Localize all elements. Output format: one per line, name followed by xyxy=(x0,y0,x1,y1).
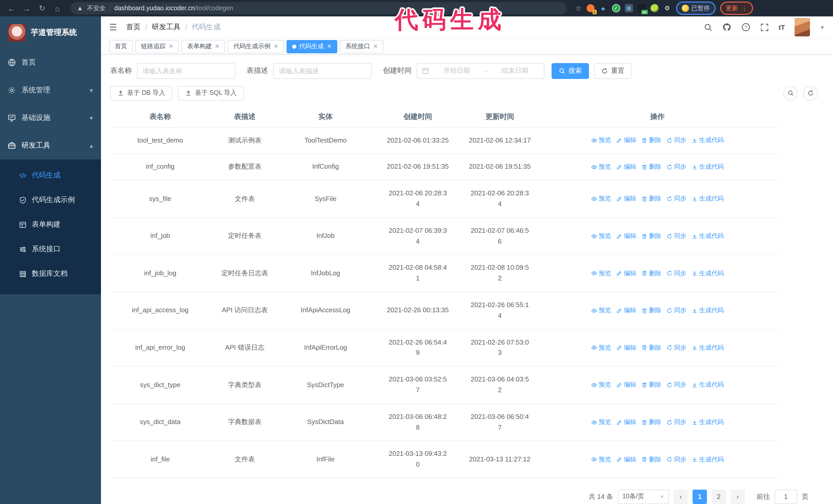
user-avatar[interactable] xyxy=(794,18,810,37)
submenu-item-system-api[interactable]: 系统接口 xyxy=(0,237,101,262)
home-icon[interactable]: ⌂ xyxy=(51,2,64,14)
extension-icon-grid[interactable]: ▩ xyxy=(625,4,633,12)
tab-tracing[interactable]: 链路追踪✕ xyxy=(135,40,179,53)
extension-icon-orange[interactable]: 1 xyxy=(586,4,594,12)
tab-home[interactable]: 首页 xyxy=(109,40,133,53)
bookmark-star-icon[interactable]: ☆ xyxy=(575,4,581,12)
preview-link[interactable]: 预览 xyxy=(591,231,611,241)
sidebar-item-system[interactable]: 系统管理 ▼ xyxy=(0,76,101,104)
submenu-item-codegen-example[interactable]: 代码生成示例 xyxy=(0,188,101,212)
generate-code-link[interactable]: 生成代码 xyxy=(691,417,724,427)
delete-link[interactable]: 删除 xyxy=(641,136,661,145)
forward-icon[interactable]: → xyxy=(21,2,33,14)
delete-link[interactable]: 删除 xyxy=(641,306,661,315)
help-icon[interactable]: ? xyxy=(741,23,751,32)
extensions-puzzle-icon[interactable]: ⚙ xyxy=(663,4,671,12)
preview-link[interactable]: 预览 xyxy=(591,343,611,353)
sync-link[interactable]: 同步 xyxy=(666,417,686,427)
generate-code-link[interactable]: 生成代码 xyxy=(691,136,724,145)
generate-code-link[interactable]: 生成代码 xyxy=(691,231,724,241)
preview-link[interactable]: 预览 xyxy=(591,194,611,204)
tab-form-builder[interactable]: 表单构建✕ xyxy=(182,40,225,53)
delete-link[interactable]: 删除 xyxy=(641,417,661,427)
prev-page-button[interactable]: ‹ xyxy=(673,490,688,504)
extension-icon-dark[interactable]: on xyxy=(638,4,646,12)
edit-link[interactable]: 编辑 xyxy=(616,380,636,390)
overflow-menu-icon[interactable]: ⋮ xyxy=(741,6,747,11)
generate-code-link[interactable]: 生成代码 xyxy=(691,194,724,204)
sync-link[interactable]: 同步 xyxy=(666,194,686,204)
generate-code-link[interactable]: 生成代码 xyxy=(691,268,724,278)
submenu-item-codegen[interactable]: 代码生成 xyxy=(0,163,101,188)
submenu-item-form-builder[interactable]: 表单构建 xyxy=(0,212,101,237)
delete-link[interactable]: 删除 xyxy=(641,380,661,390)
page-button-1[interactable]: 1 xyxy=(693,490,707,504)
sync-link[interactable]: 同步 xyxy=(666,380,686,390)
next-page-button[interactable]: › xyxy=(731,490,745,504)
sidebar-item-infra[interactable]: 基础设施 ▼ xyxy=(0,104,101,132)
sync-link[interactable]: 同步 xyxy=(666,268,686,278)
edit-link[interactable]: 编辑 xyxy=(616,231,636,241)
font-size-icon[interactable]: tT xyxy=(779,23,785,31)
date-range-picker[interactable]: 开始日期 - 结束日期 xyxy=(417,63,544,79)
delete-link[interactable]: 删除 xyxy=(641,231,661,241)
search-icon[interactable] xyxy=(704,23,713,31)
edit-link[interactable]: 编辑 xyxy=(616,455,636,464)
generate-code-link[interactable]: 生成代码 xyxy=(691,380,724,390)
delete-link[interactable]: 删除 xyxy=(641,268,661,278)
sql-import-button[interactable]: 基于 SQL 导入 xyxy=(178,86,244,100)
delete-link[interactable]: 删除 xyxy=(641,162,661,172)
app-logo-row[interactable]: 芋道管理系统 xyxy=(0,17,101,49)
preview-link[interactable]: 预览 xyxy=(591,306,611,315)
generate-code-link[interactable]: 生成代码 xyxy=(691,343,724,353)
extension-icon-green-check[interactable]: ✓ xyxy=(612,4,620,12)
goto-page-input[interactable] xyxy=(775,490,797,504)
page-size-select[interactable]: 10条/页 ▼ xyxy=(618,490,669,504)
sync-link[interactable]: 同步 xyxy=(666,136,686,145)
generate-code-link[interactable]: 生成代码 xyxy=(691,306,724,315)
close-icon[interactable]: ✕ xyxy=(169,43,173,50)
extension-icon-diamond[interactable]: ◆ xyxy=(599,4,607,12)
delete-link[interactable]: 删除 xyxy=(641,455,661,464)
toggle-search-button[interactable] xyxy=(783,86,798,100)
fullscreen-icon[interactable] xyxy=(760,23,769,31)
breadcrumb-devtools[interactable]: 研发工具 xyxy=(152,23,181,32)
tab-system-api[interactable]: 系统接口✕ xyxy=(340,40,383,53)
reset-button[interactable]: 重置 xyxy=(594,63,632,79)
delete-link[interactable]: 删除 xyxy=(641,194,661,204)
tab-codegen[interactable]: 代码生成✕ xyxy=(286,40,337,53)
paused-pill[interactable]: 已暂停 xyxy=(676,2,715,15)
preview-link[interactable]: 预览 xyxy=(591,136,611,145)
sync-link[interactable]: 同步 xyxy=(666,231,686,241)
preview-link[interactable]: 预览 xyxy=(591,455,611,464)
breadcrumb-home[interactable]: 首页 xyxy=(126,23,141,32)
search-button[interactable]: 搜索 xyxy=(552,63,589,79)
user-menu-caret-icon[interactable]: ▼ xyxy=(820,24,825,30)
collapse-sidebar-icon[interactable]: ☰ xyxy=(109,22,117,32)
preview-link[interactable]: 预览 xyxy=(591,417,611,427)
preview-link[interactable]: 预览 xyxy=(591,380,611,390)
tab-codegen-example[interactable]: 代码生成示例✕ xyxy=(228,40,284,53)
sidebar-item-home[interactable]: 首页 xyxy=(0,49,101,76)
generate-code-link[interactable]: 生成代码 xyxy=(691,455,724,464)
preview-link[interactable]: 预览 xyxy=(591,268,611,278)
sync-link[interactable]: 同步 xyxy=(666,162,686,172)
edit-link[interactable]: 编辑 xyxy=(616,343,636,353)
edit-link[interactable]: 编辑 xyxy=(616,306,636,315)
table-desc-input[interactable] xyxy=(273,63,372,79)
generate-code-link[interactable]: 生成代码 xyxy=(691,162,724,172)
sync-link[interactable]: 同步 xyxy=(666,306,686,315)
close-icon[interactable]: ✕ xyxy=(273,43,278,50)
extension-icon-lime[interactable] xyxy=(650,4,659,12)
submenu-item-db-doc[interactable]: 数据库文档 xyxy=(0,262,101,286)
sync-link[interactable]: 同步 xyxy=(666,455,686,464)
edit-link[interactable]: 编辑 xyxy=(616,194,636,204)
close-icon[interactable]: ✕ xyxy=(327,43,331,50)
page-button-2[interactable]: 2 xyxy=(712,490,726,504)
refresh-table-button[interactable] xyxy=(803,86,818,100)
reload-icon[interactable]: ↻ xyxy=(36,2,48,14)
edit-link[interactable]: 编辑 xyxy=(616,268,636,278)
back-icon[interactable]: ← xyxy=(5,2,18,14)
table-name-input[interactable] xyxy=(137,63,235,79)
close-icon[interactable]: ✕ xyxy=(373,43,378,50)
